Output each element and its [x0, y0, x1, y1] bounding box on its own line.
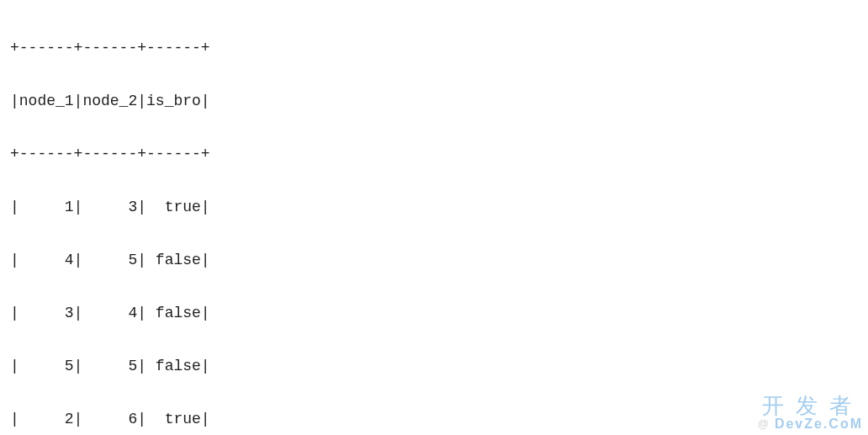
table-row: | 3| 4| false|: [10, 300, 858, 327]
table-row: | 5| 5| false|: [10, 353, 858, 380]
table-border-top: +------+------+------+: [10, 35, 858, 62]
table-row: | 2| 6| true|: [10, 406, 858, 433]
console-output: +------+------+------+ |node_1|node_2|is…: [0, 0, 868, 435]
table-header-row: |node_1|node_2|is_bro|: [10, 88, 858, 115]
table-row: | 1| 3| true|: [10, 194, 858, 221]
table-border-mid: +------+------+------+: [10, 141, 858, 168]
table-row: | 4| 5| false|: [10, 247, 858, 274]
